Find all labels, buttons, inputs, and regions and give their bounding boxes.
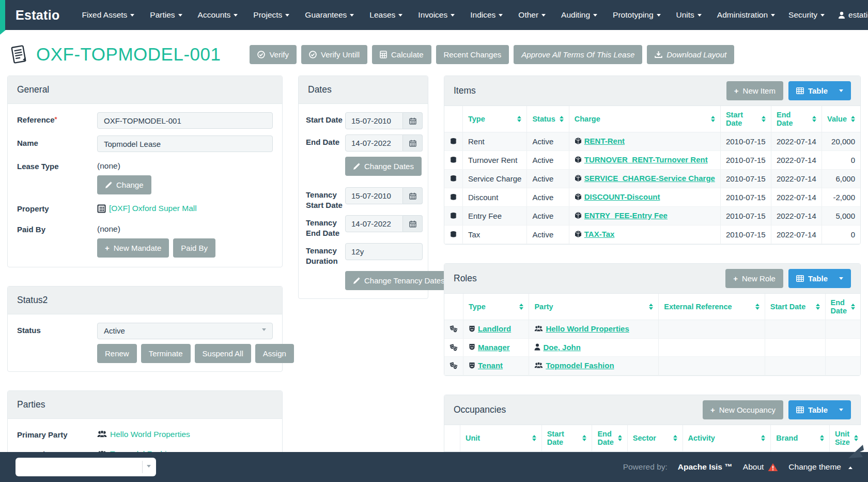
download-layout-button[interactable]: Download Layout bbox=[647, 45, 734, 64]
nav-item-accounts[interactable]: Accounts bbox=[191, 5, 245, 25]
nav-item-indices[interactable]: Indices bbox=[463, 5, 509, 25]
terminate-button[interactable]: Terminate bbox=[141, 344, 191, 363]
reference-input[interactable] bbox=[97, 112, 273, 129]
items-col-start-date[interactable]: Start Date bbox=[720, 106, 771, 132]
role-type-link[interactable]: Landlord bbox=[469, 324, 511, 333]
approve-all-terms-button[interactable]: Approve All Terms Of This Lease bbox=[514, 45, 642, 64]
occ-col-brand[interactable]: Brand bbox=[771, 425, 830, 451]
table-row[interactable]: Tenant Topmodel Fashion bbox=[444, 357, 860, 375]
items-col-end-date[interactable]: End Date bbox=[771, 106, 822, 132]
table-row[interactable]: Entry FeeActive ENTRY_FEE-Entry Fee 2010… bbox=[444, 207, 860, 225]
about-link[interactable]: About bbox=[743, 462, 779, 472]
nav-item-security[interactable]: Security bbox=[782, 5, 831, 25]
start-date-input[interactable] bbox=[345, 112, 403, 129]
occ-col-activity[interactable]: Activity bbox=[683, 425, 771, 451]
suspend-all-button[interactable]: Suspend All bbox=[195, 344, 251, 363]
calendar-button[interactable] bbox=[403, 134, 423, 152]
paid-by-button[interactable]: Paid By bbox=[173, 238, 215, 258]
charge-link[interactable]: DISCOUNT-Discount bbox=[575, 192, 660, 201]
table-row[interactable]: TaxActive TAX-Tax 2010-07-152022-07-140 bbox=[444, 225, 860, 244]
assign-button[interactable]: Assign bbox=[255, 344, 294, 363]
items-col-charge[interactable]: Charge bbox=[569, 106, 720, 132]
change-lease-type-button[interactable]: Change bbox=[97, 175, 151, 194]
check-circle-icon bbox=[309, 51, 317, 58]
nav-item-fixed-assets[interactable]: Fixed Assets bbox=[75, 5, 141, 25]
plus-icon: + bbox=[733, 274, 738, 283]
roles-col-party[interactable]: Party bbox=[529, 294, 659, 320]
nav-item-projects[interactable]: Projects bbox=[246, 5, 296, 25]
occ-col-sector[interactable]: Sector bbox=[627, 425, 683, 451]
user-menu[interactable]: estatio-admin bbox=[831, 5, 868, 25]
table-row[interactable]: RentActive RENT-Rent 2010-07-152022-07-1… bbox=[444, 132, 860, 151]
end-date-input[interactable] bbox=[345, 134, 403, 152]
charge-link[interactable]: SERVICE_CHARGE-Service Charge bbox=[575, 174, 715, 183]
charge-link[interactable]: ENTRY_FEE-Entry Fee bbox=[575, 211, 668, 220]
calendar-button[interactable] bbox=[403, 112, 423, 129]
nav-item-guarantees[interactable]: Guarantees bbox=[298, 5, 361, 25]
primary-party-link[interactable]: Hello World Properties bbox=[97, 430, 190, 439]
roles-table-view-button[interactable]: Table bbox=[788, 269, 851, 288]
nav-item-auditing[interactable]: Auditing bbox=[554, 5, 604, 25]
new-item-button[interactable]: +New Item bbox=[726, 81, 783, 100]
nav-item-leases[interactable]: Leases bbox=[363, 5, 409, 25]
new-role-button[interactable]: +New Role bbox=[725, 269, 783, 288]
change-theme-link[interactable]: Change theme bbox=[788, 462, 853, 472]
table-row[interactable]: DiscountActive DISCOUNT-Discount 2010-07… bbox=[444, 188, 860, 207]
table-row[interactable]: Landlord Hello World Properties bbox=[444, 320, 860, 339]
roles-table: Type Party External Reference Start Date… bbox=[444, 294, 860, 375]
nav-item-parties[interactable]: Parties bbox=[143, 5, 189, 25]
nav-item-units[interactable]: Units bbox=[670, 5, 708, 25]
app-brand[interactable]: Estatio bbox=[16, 8, 59, 23]
verify-button[interactable]: Verify bbox=[250, 45, 297, 64]
change-dates-button[interactable]: Change Dates bbox=[345, 157, 422, 176]
items-col-status[interactable]: Status bbox=[527, 106, 569, 132]
status-select[interactable]: Active bbox=[97, 323, 273, 339]
role-party-link[interactable]: Topmodel Fashion bbox=[534, 361, 614, 370]
name-input[interactable] bbox=[97, 135, 273, 152]
roles-col-start-date[interactable]: Start Date bbox=[765, 294, 825, 320]
charge-icon bbox=[575, 212, 582, 219]
table-row[interactable]: Service ChargeActive SERVICE_CHARGE-Serv… bbox=[444, 170, 860, 188]
occ-col-end-date[interactable]: End Date bbox=[592, 425, 627, 451]
nav-item-invoices[interactable]: Invoices bbox=[411, 5, 461, 25]
verify-until-button[interactable]: Verify Untill bbox=[301, 45, 367, 64]
charge-link[interactable]: RENT-Rent bbox=[575, 137, 625, 145]
roles-col-external-reference[interactable]: External Reference bbox=[659, 294, 765, 320]
roles-col-type[interactable]: Type bbox=[463, 294, 529, 320]
items-col-type[interactable]: Type bbox=[463, 106, 527, 132]
new-occupancy-button[interactable]: +New Occupancy bbox=[703, 400, 783, 419]
nav-item-other[interactable]: Other bbox=[512, 5, 552, 25]
change-tenancy-dates-button[interactable]: Change Tenancy Dates bbox=[345, 271, 453, 290]
occ-col-unit[interactable]: Unit bbox=[460, 425, 542, 451]
table-row[interactable]: Turnover RentActive TURNOVER_RENT-Turnov… bbox=[444, 151, 860, 170]
footer-combobox[interactable] bbox=[16, 458, 156, 476]
table-row[interactable]: Manager Doe, John bbox=[444, 338, 860, 357]
renew-button[interactable]: Renew bbox=[97, 344, 137, 363]
edit-icon bbox=[353, 277, 360, 284]
role-party-link[interactable]: Doe, John bbox=[534, 343, 581, 352]
items-table-view-button[interactable]: Table bbox=[788, 81, 851, 100]
recent-changes-button[interactable]: Recent Changes bbox=[436, 45, 509, 64]
nav-item-prototyping[interactable]: Prototyping bbox=[606, 5, 667, 25]
tenancy-duration-input[interactable] bbox=[345, 243, 423, 260]
role-party-link[interactable]: Hello World Properties bbox=[534, 324, 629, 333]
property-link[interactable]: [OXF] Oxford Super Mall bbox=[97, 204, 197, 213]
nav-item-administration[interactable]: Administration bbox=[710, 5, 782, 25]
calendar-button[interactable] bbox=[403, 215, 423, 232]
calendar-button[interactable] bbox=[403, 187, 423, 204]
tenancy-end-input[interactable] bbox=[345, 215, 403, 232]
roles-col-end-date[interactable]: End Date bbox=[825, 294, 860, 320]
calculate-button[interactable]: Calculate bbox=[372, 45, 431, 64]
occ-col-start-date[interactable]: Start Date bbox=[541, 425, 592, 451]
scroll-top-icon[interactable] bbox=[847, 444, 865, 459]
occupancies-table-view-button[interactable]: Table bbox=[788, 400, 851, 419]
apache-isis-link[interactable]: Apache Isis ™ bbox=[678, 462, 733, 472]
items-col-value[interactable]: Value bbox=[822, 106, 860, 132]
sort-icon bbox=[816, 302, 820, 312]
tenancy-start-input[interactable] bbox=[345, 187, 403, 204]
charge-link[interactable]: TURNOVER_RENT-Turnover Rent bbox=[575, 155, 708, 164]
charge-link[interactable]: TAX-Tax bbox=[575, 230, 615, 238]
role-type-link[interactable]: Tenant bbox=[469, 361, 503, 370]
role-type-link[interactable]: Manager bbox=[469, 343, 510, 352]
new-mandate-button[interactable]: +New Mandate bbox=[97, 238, 169, 258]
